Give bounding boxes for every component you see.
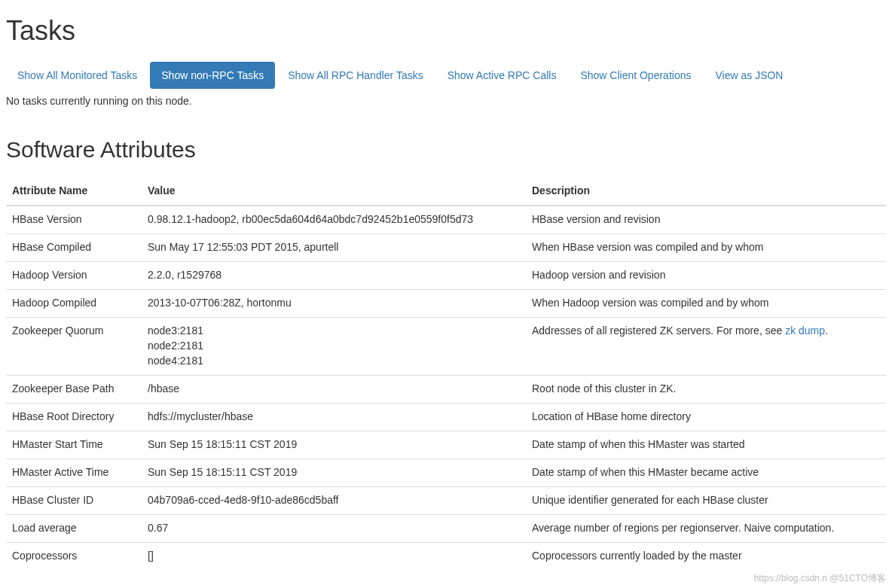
attr-value: 2013-10-07T06:28Z, hortonmu	[142, 289, 526, 317]
table-row: HBase Cluster ID04b709a6-cced-4ed8-9f10-…	[6, 486, 886, 514]
tab-item: Show Client Operations	[569, 62, 702, 89]
tab-link[interactable]: Show Client Operations	[569, 62, 702, 89]
attr-name: HMaster Active Time	[6, 459, 142, 486]
col-attribute-name: Attribute Name	[6, 178, 142, 206]
tab-link[interactable]: Show All RPC Handler Tasks	[276, 62, 434, 89]
table-row: HBase Version0.98.12.1-hadoop2, rb00ec5d…	[6, 206, 886, 233]
attr-name: Load average	[6, 514, 142, 542]
tab-link[interactable]: View as JSON	[704, 62, 794, 89]
attr-description: Hadoop version and revision	[526, 261, 886, 289]
attr-value: Sun Sep 15 18:15:11 CST 2019	[142, 459, 526, 486]
table-row: HBase CompiledSun May 17 12:55:03 PDT 20…	[6, 233, 886, 261]
attr-name: Coprocessors	[6, 542, 142, 569]
attr-name: Zookeeper Quorum	[6, 317, 142, 375]
attr-description: Date stamp of when this HMaster became a…	[526, 459, 886, 486]
attributes-heading: Software Attributes	[6, 137, 886, 163]
attr-name: Hadoop Version	[6, 261, 142, 289]
tab-link[interactable]: Show non-RPC Tasks	[150, 62, 275, 89]
attr-description: Addresses of all registered ZK servers. …	[526, 317, 886, 375]
attr-value: 0.67	[142, 514, 526, 542]
attr-name: HBase Version	[6, 206, 142, 233]
watermark: https://blog.csdn.n @51CTO博客	[754, 572, 886, 585]
zk-dump-link[interactable]: zk dump	[785, 324, 825, 337]
attr-description: Unique identifier generated for each HBa…	[526, 486, 886, 514]
attr-value: []	[142, 542, 526, 569]
table-row: Coprocessors[]Coprocessors currently loa…	[6, 542, 886, 569]
table-row: Hadoop Version2.2.0, r1529768Hadoop vers…	[6, 261, 886, 289]
col-value: Value	[142, 178, 526, 206]
tab-item: Show All RPC Handler Tasks	[276, 62, 434, 89]
tasks-tabs: Show All Monitored TasksShow non-RPC Tas…	[6, 62, 886, 89]
attr-value: Sun May 17 12:55:03 PDT 2015, apurtell	[142, 233, 526, 261]
attr-description: Root node of this cluster in ZK.	[526, 375, 886, 403]
attr-name: HBase Cluster ID	[6, 486, 142, 514]
attr-name: HMaster Start Time	[6, 431, 142, 459]
attr-value: 2.2.0, r1529768	[142, 261, 526, 289]
table-row: Hadoop Compiled2013-10-07T06:28Z, horton…	[6, 289, 886, 317]
attr-name: HBase Compiled	[6, 233, 142, 261]
attr-description: Date stamp of when this HMaster was star…	[526, 431, 886, 459]
attr-value: hdfs://mycluster/hbase	[142, 403, 526, 431]
attr-value: 0.98.12.1-hadoop2, rb00ec5da604d64a0bdc7…	[142, 206, 526, 233]
attr-description: Location of HBase home directory	[526, 403, 886, 431]
table-row: HBase Root Directoryhdfs://mycluster/hba…	[6, 403, 886, 431]
tab-link[interactable]: Show Active RPC Calls	[436, 62, 568, 89]
attr-value: node3:2181 node2:2181 node4:2181	[142, 317, 526, 375]
attr-description: Coprocessors currently loaded by the mas…	[526, 542, 886, 569]
table-header-row: Attribute Name Value Description	[6, 178, 886, 206]
attr-value: Sun Sep 15 18:15:11 CST 2019	[142, 431, 526, 459]
attr-value: /hbase	[142, 375, 526, 403]
table-row: HMaster Start TimeSun Sep 15 18:15:11 CS…	[6, 431, 886, 459]
attr-name: Hadoop Compiled	[6, 289, 142, 317]
attr-value: 04b709a6-cced-4ed8-9f10-ade86cd5baff	[142, 486, 526, 514]
tab-link[interactable]: Show All Monitored Tasks	[6, 62, 148, 89]
attr-description: Average number of regions per regionserv…	[526, 514, 886, 542]
tab-item: Show Active RPC Calls	[436, 62, 568, 89]
tab-item: View as JSON	[704, 62, 794, 89]
table-row: HMaster Active TimeSun Sep 15 18:15:11 C…	[6, 459, 886, 486]
desc-text: .	[825, 324, 828, 337]
desc-text: Addresses of all registered ZK servers. …	[532, 324, 785, 337]
col-description: Description	[526, 178, 886, 206]
tasks-status: No tasks currently running on this node.	[6, 95, 886, 107]
table-row: Zookeeper Base Path/hbaseRoot node of th…	[6, 375, 886, 403]
table-row: Load average0.67Average number of region…	[6, 514, 886, 542]
tasks-heading: Tasks	[6, 15, 886, 47]
attr-description: HBase version and revision	[526, 206, 886, 233]
tab-item: Show All Monitored Tasks	[6, 62, 148, 89]
tab-item: Show non-RPC Tasks	[150, 62, 275, 89]
attr-description: When Hadoop version was compiled and by …	[526, 289, 886, 317]
attr-name: Zookeeper Base Path	[6, 375, 142, 403]
attr-description: When HBase version was compiled and by w…	[526, 233, 886, 261]
table-row: Zookeeper Quorumnode3:2181 node2:2181 no…	[6, 317, 886, 375]
attributes-table: Attribute Name Value Description HBase V…	[6, 178, 886, 570]
attr-name: HBase Root Directory	[6, 403, 142, 431]
